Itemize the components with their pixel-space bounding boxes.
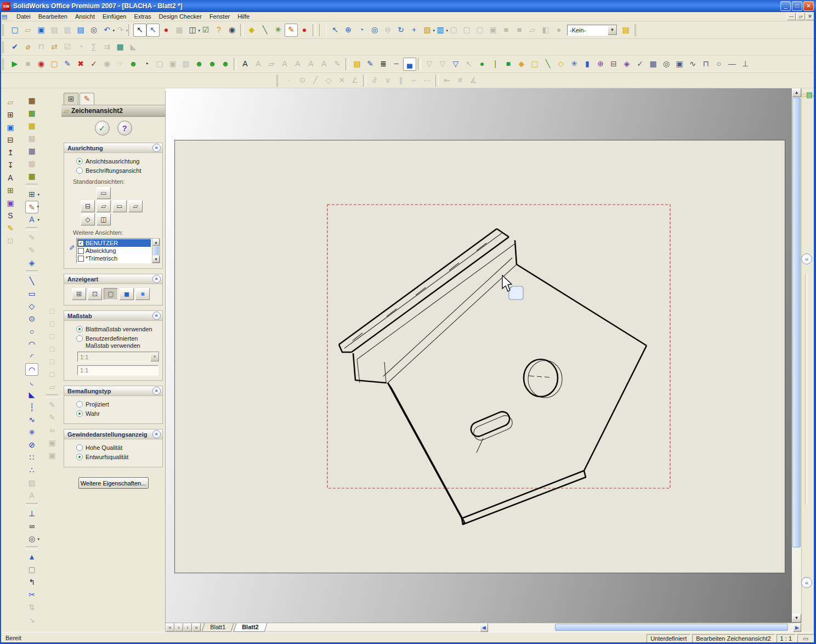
three-point-arc-icon[interactable]: ◠ xyxy=(25,363,38,376)
pan-icon[interactable]: + xyxy=(407,24,421,37)
menu-extras[interactable]: Extras xyxy=(130,13,155,20)
menu-design-checker[interactable]: Design Checker xyxy=(155,13,206,20)
menu-bearbeiten[interactable]: Bearbeiten xyxy=(35,13,71,20)
collapse-chevron-icon[interactable]: « xyxy=(152,387,161,395)
section-ausrichtung-header[interactable]: Ausrichtung « xyxy=(64,143,162,153)
vertical-scrollbar[interactable]: ▲ ▼ xyxy=(792,88,801,623)
circular-pattern-icon[interactable]: ∴ xyxy=(25,464,38,477)
scroll-down-icon[interactable]: ▼ xyxy=(152,256,160,263)
line-icon[interactable]: ╲ xyxy=(25,275,38,287)
view-front-icon[interactable]: ▭ xyxy=(97,187,111,199)
section-anzeigeart-header[interactable]: Anzeigeart « xyxy=(64,274,162,284)
filter-solid-icon[interactable]: ▢ xyxy=(528,58,541,71)
filter-note-icon[interactable]: ◎ xyxy=(660,58,673,71)
collapse-chevron-icon[interactable]: « xyxy=(152,430,161,438)
sheet-format-icon[interactable]: ▱ xyxy=(4,96,17,109)
collapse-chevron-icon[interactable]: « xyxy=(152,144,161,152)
radio-projiziert[interactable]: Projiziert xyxy=(76,401,160,408)
display-shaded-with-edges-icon[interactable]: ◼ xyxy=(120,288,134,300)
collapse-chevron-icon[interactable]: « xyxy=(152,312,161,320)
task-pane-collapse-bottom-button[interactable]: « xyxy=(801,577,812,588)
spline-icon[interactable]: ∿ xyxy=(25,414,38,426)
linear-pattern-icon[interactable]: ∷ xyxy=(25,451,38,464)
hscrollbar-thumb[interactable] xyxy=(555,624,788,631)
measure-icon[interactable]: ⌀ xyxy=(21,41,35,54)
chamfer-icon[interactable]: ◣ xyxy=(25,388,38,401)
screen-capture-icon[interactable]: ◉ xyxy=(225,24,239,37)
menu-ansicht[interactable]: Ansicht xyxy=(71,13,99,20)
list-scrollbar[interactable]: ▲ ▼ xyxy=(152,238,160,263)
radio-wahr[interactable]: Wahr xyxy=(76,410,160,417)
view-dual-icon[interactable]: ◫ xyxy=(97,213,111,225)
fillet-icon[interactable]: ◟ xyxy=(25,376,38,388)
task-pane-collapse-button[interactable]: « xyxy=(801,253,812,264)
filter-weld-icon[interactable]: ∿ xyxy=(686,58,699,71)
scroll-up-icon[interactable]: ▲ xyxy=(152,239,160,246)
display-relations-icon[interactable]: ∞ xyxy=(25,520,38,533)
bom-table-icon[interactable]: ▦ xyxy=(25,120,38,132)
display-shaded-icon[interactable]: ■ xyxy=(135,288,150,300)
design-table-icon[interactable]: ▦ xyxy=(25,145,38,157)
filter-edge-icon[interactable]: | xyxy=(489,58,502,71)
display-wireframe-icon[interactable]: ⊞ xyxy=(72,288,86,300)
centerpoint-arc-icon[interactable]: ◠ xyxy=(25,338,38,351)
radio-ansichtsausrichtung[interactable]: Ansichtsausrichtung xyxy=(76,158,160,165)
list-item-benutzer[interactable]: BENUTZER xyxy=(77,239,151,247)
help-icon[interactable]: ? xyxy=(212,24,225,37)
checkbox-unchecked[interactable] xyxy=(78,248,84,254)
point-icon[interactable]: ✳ xyxy=(25,426,38,439)
zoom-select-icon[interactable]: ↖ xyxy=(328,24,342,37)
filter-dowel-icon[interactable]: ○ xyxy=(712,58,726,71)
note-new-icon[interactable]: A xyxy=(239,58,252,71)
line-thickness-icon[interactable]: ≣ xyxy=(377,58,390,71)
radio-blattmassstab[interactable]: Blattmaßstab verwenden xyxy=(76,326,160,333)
filter-all-icon[interactable]: ▽ xyxy=(449,58,462,71)
smart-dimension-icon[interactable]: ◆ xyxy=(245,24,258,37)
view-left-icon[interactable]: ▭ xyxy=(112,200,127,212)
filter-center-of-mass-icon[interactable]: ⊕ xyxy=(594,58,607,71)
first-sheet-button[interactable]: « xyxy=(166,623,174,632)
display-hidden-lines-removed-icon[interactable]: ▢ xyxy=(104,288,118,300)
horizontal-scrollbar[interactable] xyxy=(488,623,793,632)
design-check-icon[interactable]: ✓ xyxy=(87,58,100,71)
print-icon[interactable]: ▤ xyxy=(74,24,87,37)
tab-blatt2[interactable]: Blatt2 xyxy=(234,623,268,632)
close-button[interactable]: ✕ xyxy=(803,1,814,11)
filter-vertex-icon[interactable]: ● xyxy=(475,58,489,71)
revision-table-icon[interactable]: ▦ xyxy=(25,107,38,120)
mdi-restore-button[interactable]: ▱ xyxy=(796,13,805,20)
minimize-button[interactable]: _ xyxy=(780,1,791,11)
section-gewindedarstellung-header[interactable]: Gewindedarstellungsanzeig « xyxy=(64,430,162,439)
radio-benutzerdefiniert[interactable]: Benutzerdefinierten Maßstab verwenden xyxy=(76,335,160,349)
filter-centerline-icon[interactable]: — xyxy=(726,58,739,71)
view-orientation-icon[interactable]: ▧▾ xyxy=(421,24,434,37)
filter-cosmetic-thread-icon[interactable]: ⊥ xyxy=(739,58,752,71)
sketch-line-icon[interactable]: ╲ xyxy=(258,24,271,37)
checkbox-unchecked[interactable] xyxy=(78,256,84,262)
perpendicular-relation-icon[interactable]: ⊥ xyxy=(25,507,38,520)
select-icon[interactable]: ↖ xyxy=(133,24,146,37)
drawing-view[interactable] xyxy=(175,140,786,574)
section-massstab-header[interactable]: Maßstab « xyxy=(64,311,162,321)
mdi-minimize-button[interactable]: — xyxy=(787,13,796,20)
spell-check-icon[interactable]: ✔ xyxy=(8,41,21,54)
convert-entities-icon[interactable]: ↰ xyxy=(25,576,38,589)
solidworks-resources-icon[interactable]: ▤ xyxy=(806,91,813,99)
auto-balloon-icon[interactable]: A xyxy=(4,172,17,184)
scrollbar-thumb[interactable] xyxy=(792,98,801,547)
menu-hilfe[interactable]: Hilfe xyxy=(234,13,253,20)
filter-annotation-icon[interactable]: ✓ xyxy=(633,58,647,71)
home-icon[interactable]: ⌂ xyxy=(802,91,806,99)
macro-pause-record-icon[interactable]: ◉ xyxy=(35,58,48,71)
line-color-icon[interactable]: ▄ xyxy=(403,58,416,71)
toolbar-grip[interactable] xyxy=(2,58,7,70)
layer-edit-icon[interactable]: ✎ xyxy=(364,58,377,71)
toolbar-grip[interactable] xyxy=(276,75,281,87)
table-icon[interactable]: ▦ xyxy=(25,94,38,107)
perimeter-circle-icon[interactable]: ○ xyxy=(25,325,38,338)
filter-surface-icon[interactable]: ◆ xyxy=(515,58,528,71)
filter-dimension-icon[interactable]: ◈ xyxy=(620,58,633,71)
hscroll-right-icon[interactable]: ▶ xyxy=(793,623,801,632)
filter-plane-icon[interactable]: ◇ xyxy=(554,58,568,71)
box-tool-icon[interactable]: ▢ xyxy=(25,563,38,576)
